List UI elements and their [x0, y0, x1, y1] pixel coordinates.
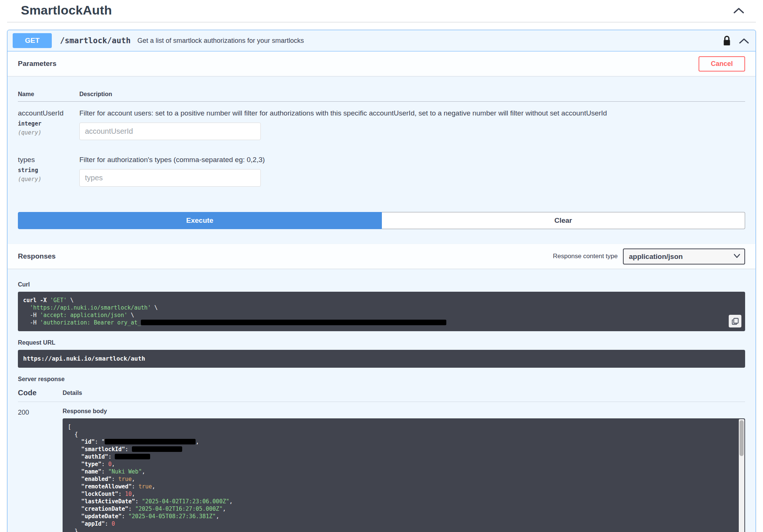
tag-header: SmartlockAuth: [7, 0, 756, 22]
status-code: 200: [18, 408, 63, 532]
method-badge: GET: [13, 33, 52, 48]
parameter-description: Filter for authorization's types (comma-…: [79, 156, 720, 164]
server-response-table: Code Details 200 Response body [ { "id":…: [18, 389, 745, 532]
responses-title: Responses: [18, 252, 56, 260]
opblock-body: Parameters Cancel Name Description: [7, 51, 756, 532]
parameters-table: Name Description accountUserId integer (…: [18, 86, 745, 195]
endpoint-path: /smartlock/auth: [60, 36, 131, 45]
section-collapse-button[interactable]: [732, 6, 745, 15]
opblock-get-smartlock-auth: GET /smartlock/auth Get a list of smartl…: [7, 30, 756, 532]
authorization-lock-button[interactable]: [721, 34, 732, 48]
request-url-label: Request URL: [18, 339, 745, 346]
parameter-name: accountUserId: [18, 109, 79, 117]
opblock-summary[interactable]: GET /smartlock/auth Get a list of smartl…: [7, 30, 756, 51]
response-content-type-wrap: Response content type application/json: [553, 248, 745, 265]
scrollbar[interactable]: [739, 419, 744, 532]
swagger-api-page: SmartlockAuth GET /smartlock/auth Get a …: [0, 0, 763, 532]
parameter-row-types: types string (query) Filter for authoriz…: [18, 148, 745, 195]
request-url-value: https://api.nuki.io/smartlock/auth: [23, 355, 740, 363]
server-response-label: Server response: [18, 376, 745, 383]
response-table-header: Code Details: [18, 389, 745, 402]
column-header-name: Name: [18, 86, 79, 102]
execute-button[interactable]: Execute: [18, 212, 382, 229]
clear-button[interactable]: Clear: [382, 212, 745, 229]
responses-section-header: Responses Response content type applicat…: [7, 244, 756, 269]
clipboard-icon: [732, 318, 739, 325]
curl-label: Curl: [18, 281, 745, 288]
chevron-up-icon: [739, 38, 749, 44]
parameter-type: string: [18, 167, 79, 174]
request-url-block: https://api.nuki.io/smartlock/auth: [18, 350, 745, 368]
parameter-name: types: [18, 156, 79, 164]
lock-icon: [723, 35, 731, 46]
parameter-location: (query): [18, 129, 79, 136]
parameter-location: (query): [18, 176, 79, 183]
column-header-description: Description: [79, 86, 745, 102]
response-body-label: Response body: [63, 408, 745, 415]
responses-inner: Curl curl -X 'GET' \ 'https://api.nuki.i…: [7, 269, 756, 532]
cancel-button[interactable]: Cancel: [699, 56, 745, 72]
parameter-type: integer: [18, 120, 79, 127]
parameters-title: Parameters: [18, 60, 57, 68]
accountuserid-input[interactable]: [79, 123, 261, 140]
endpoint-description: Get a list of smartlock authorizations f…: [137, 37, 304, 45]
content-type-select-wrap: application/json: [623, 248, 745, 265]
column-header-details: Details: [63, 389, 745, 397]
response-content-type-label: Response content type: [553, 253, 618, 260]
column-header-code: Code: [18, 389, 63, 397]
response-body-text: [ { "id": ", "smartlockId": "authId": "t…: [68, 423, 734, 532]
response-body-block[interactable]: [ { "id": ", "smartlockId": "authId": "t…: [63, 418, 745, 532]
execute-wrapper: Execute Clear: [7, 195, 756, 244]
parameters-section-header: Parameters Cancel: [7, 51, 756, 76]
section-title: SmartlockAuth: [21, 3, 112, 18]
parameter-description: Filter for account users: set to a posit…: [79, 109, 720, 117]
copy-to-clipboard-button[interactable]: [729, 315, 741, 327]
parameters-table-container: Name Description accountUserId integer (…: [7, 76, 756, 195]
types-input[interactable]: [79, 169, 261, 187]
chevron-up-icon: [734, 7, 744, 13]
curl-command-block: curl -X 'GET' \ 'https://api.nuki.io/sma…: [18, 292, 745, 331]
curl-command-text: curl -X 'GET' \ 'https://api.nuki.io/sma…: [23, 297, 740, 326]
scrollbar-thumb[interactable]: [740, 420, 744, 456]
operation-collapse-button[interactable]: [738, 37, 750, 45]
parameter-row-accountuserid: accountUserId integer (query) Filter for…: [18, 102, 745, 149]
response-row-200: 200 Response body [ { "id": ", "smartloc…: [18, 402, 745, 532]
response-content-type-select[interactable]: application/json: [623, 248, 745, 265]
